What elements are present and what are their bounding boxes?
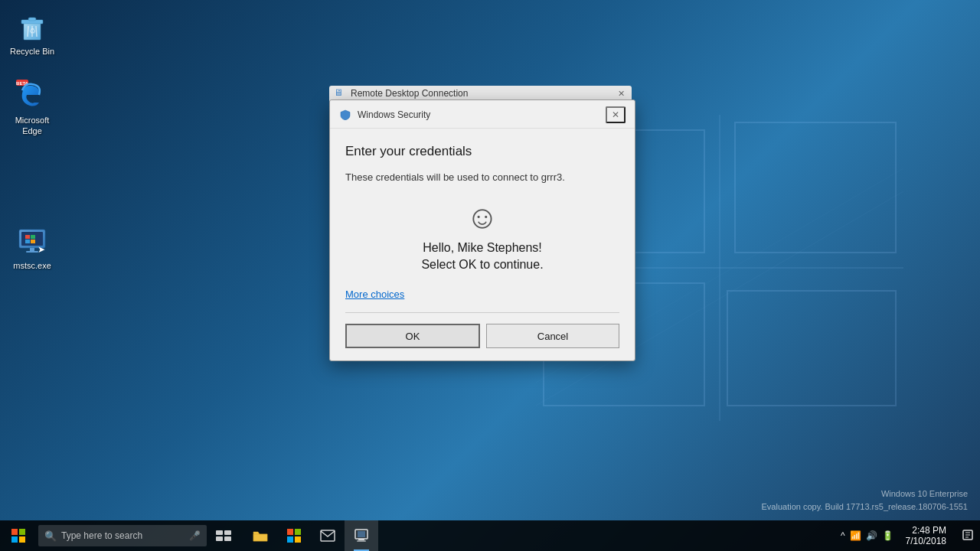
dialog-description: These credentials will be used to connec… bbox=[345, 171, 619, 183]
svg-rect-20 bbox=[31, 235, 35, 239]
tray-network-icon[interactable]: 📶 bbox=[850, 530, 861, 541]
svg-rect-21 bbox=[25, 240, 30, 243]
mic-icon[interactable]: 🎤 bbox=[189, 530, 201, 541]
svg-text:♻: ♻ bbox=[29, 27, 36, 35]
taskbar-store[interactable] bbox=[277, 520, 311, 551]
taskbar-clock[interactable]: 2:48 PM 7/10/2018 bbox=[897, 520, 956, 551]
dialog-title-text: Windows Security bbox=[358, 109, 606, 120]
tray-icons-area[interactable]: ^ 📶 🔊 🔋 bbox=[838, 520, 897, 551]
start-button[interactable] bbox=[0, 520, 37, 551]
taskbar: 🔍 Type here to search 🎤 bbox=[0, 520, 980, 551]
tray-volume-icon[interactable]: 🔊 bbox=[866, 530, 877, 541]
svg-rect-3 bbox=[735, 122, 896, 253]
svg-rect-22 bbox=[31, 240, 35, 243]
svg-rect-39 bbox=[321, 530, 335, 541]
svg-rect-34 bbox=[253, 534, 267, 541]
cancel-button[interactable]: Cancel bbox=[486, 324, 619, 348]
mstsc-label: mstsc.exe bbox=[8, 260, 57, 271]
recycle-bin-icon: ♻ bbox=[16, 11, 48, 43]
clock-date: 7/10/2018 bbox=[906, 536, 946, 546]
watermark-line2: Evaluation copy. Build 17713.rs5_release… bbox=[762, 500, 969, 514]
taskbar-search[interactable]: 🔍 Type here to search 🎤 bbox=[38, 525, 207, 546]
windows-security-dialog: Windows Security ✕ Enter your credential… bbox=[329, 99, 635, 361]
svg-line-13 bbox=[36, 26, 37, 37]
desktop-icon-microsoft-edge[interactable]: BETA Microsoft Edge bbox=[5, 77, 60, 140]
dialog-heading: Enter your credentials bbox=[345, 144, 619, 159]
edge-label: Microsoft Edge bbox=[8, 115, 57, 137]
rdp-window-title: Remote Desktop Connection bbox=[351, 88, 610, 99]
notification-center-button[interactable] bbox=[956, 520, 980, 551]
rdp-close-button[interactable]: ✕ bbox=[610, 86, 632, 101]
tray-expand-icon[interactable]: ^ bbox=[841, 530, 845, 541]
recycle-bin-label: Recycle Bin bbox=[8, 46, 57, 57]
smiley-icon: ☺ bbox=[466, 201, 499, 233]
svg-rect-43 bbox=[357, 540, 366, 542]
dialog-title-icon bbox=[339, 109, 351, 121]
dialog-user-greeting: Hello, Mike Stephens! bbox=[423, 241, 542, 255]
svg-rect-5 bbox=[727, 291, 896, 406]
svg-rect-29 bbox=[19, 536, 25, 543]
svg-rect-38 bbox=[295, 536, 301, 543]
tray-icons: ^ 📶 🔊 🔋 bbox=[841, 530, 893, 541]
dialog-user-prompt: Select OK to continue. bbox=[421, 258, 543, 272]
dialog-titlebar: Windows Security ✕ bbox=[330, 100, 635, 129]
desktop: ♻ Recycle Bin BETA Microsoft E bbox=[0, 0, 980, 551]
svg-rect-41 bbox=[358, 531, 365, 537]
svg-rect-37 bbox=[287, 536, 293, 543]
ok-button[interactable]: OK bbox=[345, 324, 480, 348]
svg-rect-31 bbox=[224, 530, 231, 535]
svg-rect-30 bbox=[216, 530, 223, 535]
taskbar-active-app[interactable] bbox=[345, 520, 378, 551]
clock-time: 2:48 PM bbox=[912, 525, 946, 536]
search-icon: 🔍 bbox=[44, 530, 57, 542]
svg-rect-28 bbox=[11, 536, 18, 543]
dialog-buttons: OK Cancel bbox=[345, 312, 619, 348]
taskbar-mail[interactable] bbox=[311, 520, 345, 551]
rdp-window-icon: 🖥 bbox=[334, 87, 346, 99]
desktop-icon-recycle-bin[interactable]: ♻ Recycle Bin bbox=[5, 8, 60, 60]
rdp-window-behind[interactable]: 🖥 Remote Desktop Connection ✕ bbox=[329, 86, 632, 101]
svg-rect-36 bbox=[295, 529, 301, 535]
svg-rect-10 bbox=[28, 18, 36, 21]
svg-rect-26 bbox=[11, 529, 18, 535]
more-choices-link[interactable]: More choices bbox=[345, 289, 404, 300]
svg-rect-23 bbox=[30, 248, 34, 251]
search-placeholder: Type here to search bbox=[61, 530, 142, 541]
win-watermark: Windows 10 Enterprise Evaluation copy. B… bbox=[762, 487, 969, 513]
edge-icon: BETA bbox=[16, 80, 48, 112]
dialog-body: Enter your credentials These credentials… bbox=[330, 129, 635, 360]
svg-rect-35 bbox=[287, 529, 293, 535]
tray-battery-icon[interactable]: 🔋 bbox=[882, 530, 893, 541]
svg-rect-27 bbox=[19, 529, 25, 535]
svg-rect-32 bbox=[216, 536, 223, 541]
watermark-line1: Windows 10 Enterprise bbox=[762, 487, 969, 500]
desktop-icon-mstsc[interactable]: ➤ mstsc.exe bbox=[5, 222, 60, 274]
svg-rect-24 bbox=[26, 251, 38, 253]
task-view-button[interactable] bbox=[207, 520, 240, 551]
dialog-avatar-area: ☺ Hello, Mike Stephens! Select OK to con… bbox=[345, 201, 619, 272]
dialog-close-button[interactable]: ✕ bbox=[606, 106, 626, 123]
taskbar-right: ^ 📶 🔊 🔋 2:48 PM 7/10/2018 bbox=[838, 520, 980, 551]
mstsc-icon: ➤ bbox=[16, 225, 48, 257]
svg-rect-33 bbox=[224, 536, 231, 541]
taskbar-file-explorer[interactable] bbox=[243, 520, 277, 551]
svg-rect-42 bbox=[358, 539, 364, 540]
svg-rect-19 bbox=[25, 235, 30, 239]
taskbar-apps bbox=[243, 520, 378, 551]
svg-text:➤: ➤ bbox=[38, 244, 45, 255]
